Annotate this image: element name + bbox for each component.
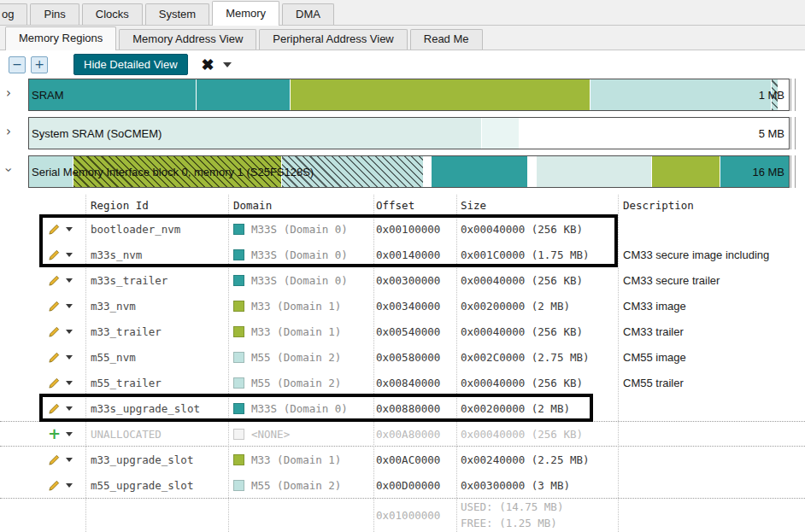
chevron-down-icon[interactable] bbox=[66, 304, 73, 308]
tab-system[interactable]: System bbox=[145, 3, 209, 25]
main-tab-bar: og Pins Clocks System Memory DMA bbox=[0, 0, 805, 26]
chevron-down-icon[interactable] bbox=[66, 355, 73, 360]
memory-bar-segment[interactable] bbox=[482, 118, 520, 149]
tab-dma[interactable]: DMA bbox=[282, 3, 334, 25]
domain-color-swatch bbox=[233, 352, 244, 363]
add-region-button[interactable]: + bbox=[48, 427, 61, 441]
pencil-icon bbox=[48, 453, 61, 466]
domain-label: M33S (Domain 0) bbox=[251, 223, 348, 236]
collapse-all-button[interactable]: − bbox=[9, 56, 26, 73]
memory-bar-segment[interactable] bbox=[424, 156, 432, 187]
table-row: m33_upgrade_slot M33 (Domain 1) 0x00AC00… bbox=[0, 447, 805, 472]
chevron-down-icon[interactable] bbox=[66, 432, 73, 436]
domain-cell: M33S (Domain 0) bbox=[228, 402, 373, 415]
chevron-down-icon[interactable] bbox=[223, 62, 232, 67]
memory-bar-row-sram: › SRAM 1 MB bbox=[0, 79, 805, 111]
expand-all-button[interactable]: + bbox=[31, 56, 48, 73]
edit-region-button[interactable] bbox=[48, 402, 61, 415]
memory-bar-segment[interactable] bbox=[528, 156, 537, 187]
chevron-down-icon[interactable] bbox=[66, 330, 73, 334]
edit-region-button[interactable] bbox=[48, 325, 61, 338]
region-id: m33s_upgrade_slot bbox=[85, 402, 228, 415]
edit-region-button[interactable] bbox=[48, 377, 61, 389]
tab-og[interactable]: og bbox=[0, 3, 27, 25]
memory-bar-segment[interactable] bbox=[432, 156, 528, 187]
edit-region-button[interactable] bbox=[48, 223, 61, 236]
edit-region-button[interactable] bbox=[48, 248, 61, 261]
region-id: UNALLOCATED bbox=[85, 428, 228, 441]
chevron-down-icon[interactable] bbox=[66, 381, 73, 385]
tab-pins[interactable]: Pins bbox=[30, 3, 79, 25]
chevron-down-icon[interactable] bbox=[66, 458, 73, 462]
domain-cell: <NONE> bbox=[228, 428, 373, 441]
serial-flash-memory-bar: Serial Memory Interface block 0, memory … bbox=[28, 155, 790, 188]
memory-regions-table: Region Id Domain Offset Size Description… bbox=[0, 195, 805, 532]
edit-region-button[interactable] bbox=[48, 274, 61, 287]
clear-icon: ✖ bbox=[202, 56, 214, 73]
edit-region-button[interactable] bbox=[48, 351, 61, 364]
edit-region-button[interactable] bbox=[48, 479, 61, 492]
used-label: USED: (14.75 MB) bbox=[461, 500, 618, 515]
domain-cell: M33 (Domain 1) bbox=[228, 325, 373, 338]
offset-cell: 0x00D00000 bbox=[373, 479, 456, 492]
size-cell: 0x00300000 (3 MB) bbox=[456, 479, 618, 492]
domain-label: M33 (Domain 1) bbox=[251, 453, 341, 466]
chevron-down-icon[interactable] bbox=[66, 483, 73, 488]
delete-region-button[interactable]: ✖ bbox=[202, 56, 214, 73]
offset-cell: 0x00100000 bbox=[373, 223, 456, 236]
sram-memory-bar: SRAM 1 MB bbox=[28, 79, 790, 111]
tab-peripheral-address-view[interactable]: Peripheral Address View bbox=[259, 29, 407, 50]
pencil-icon bbox=[48, 325, 61, 338]
description-cell: CM33 secure trailer bbox=[618, 274, 805, 287]
domain-label: <NONE> bbox=[251, 428, 290, 441]
domain-color-swatch bbox=[233, 454, 244, 465]
edit-region-button[interactable] bbox=[48, 453, 61, 466]
domain-color-swatch bbox=[233, 377, 244, 389]
chevron-right-icon[interactable]: › bbox=[6, 125, 11, 138]
chevron-down-icon[interactable] bbox=[66, 253, 73, 257]
memory-bar-segment[interactable] bbox=[591, 79, 772, 110]
tab-memory[interactable]: Memory bbox=[212, 1, 279, 26]
memory-bar-segment[interactable] bbox=[652, 156, 720, 187]
table-row: m55_trailer M55 (Domain 2) 0x00840000 0x… bbox=[0, 370, 805, 395]
memory-bar-label: Serial Memory Interface block 0, memory … bbox=[32, 166, 314, 178]
memory-bar-segment[interactable] bbox=[197, 79, 290, 110]
size-cell: 0x00040000 (256 KB) bbox=[456, 428, 618, 441]
domain-color-swatch bbox=[233, 301, 244, 312]
chevron-down-icon[interactable] bbox=[66, 227, 73, 231]
domain-label: M55 (Domain 2) bbox=[251, 351, 341, 364]
table-rows: bootloader_nvm M33S (Domain 0) 0x0010000… bbox=[0, 216, 805, 532]
tab-memory-address-view[interactable]: Memory Address View bbox=[119, 29, 256, 50]
domain-color-swatch bbox=[233, 249, 244, 260]
hide-detailed-view-button[interactable]: Hide Detailed View bbox=[73, 54, 188, 75]
memory-bar-segment[interactable] bbox=[291, 79, 591, 110]
memory-configurator-window: og Pins Clocks System Memory DMA Memory … bbox=[0, 0, 805, 532]
sub-tab-bar: Memory Regions Memory Address View Perip… bbox=[0, 26, 805, 50]
chevron-down-icon[interactable] bbox=[66, 278, 73, 283]
toolbar: − + Hide Detailed View ✖ bbox=[0, 50, 805, 79]
edit-region-button[interactable] bbox=[48, 300, 61, 313]
header-region-id: Region Id bbox=[85, 199, 228, 212]
memory-bar-segment[interactable] bbox=[537, 156, 652, 187]
memory-bar-size: 5 MB bbox=[759, 127, 784, 140]
domain-label: M33 (Domain 1) bbox=[251, 325, 341, 338]
tab-memory-regions[interactable]: Memory Regions bbox=[5, 26, 116, 50]
minus-icon: − bbox=[12, 57, 22, 71]
domain-color-swatch bbox=[233, 224, 244, 235]
chevron-down-icon[interactable]: › bbox=[2, 167, 15, 172]
table-row: m33s_upgrade_slot M33S (Domain 0) 0x0088… bbox=[0, 395, 805, 421]
table-row: m55_upgrade_slot M55 (Domain 2) 0x00D000… bbox=[0, 472, 805, 498]
tab-clocks[interactable]: Clocks bbox=[82, 3, 143, 25]
domain-color-swatch bbox=[233, 480, 244, 491]
socmem-memory-bar: System SRAM (SoCMEM) 5 MB bbox=[28, 117, 790, 149]
free-label: FREE: (1.25 MB) bbox=[461, 516, 618, 531]
chevron-right-icon[interactable]: › bbox=[6, 86, 11, 100]
memory-bar-segment[interactable] bbox=[520, 118, 789, 149]
table-row-summary: 0x01000000 USED: (14.75 MB) FREE: (1.25 … bbox=[0, 498, 805, 532]
tab-read-me[interactable]: Read Me bbox=[410, 29, 483, 50]
chevron-down-icon[interactable] bbox=[66, 406, 73, 411]
pencil-icon bbox=[48, 351, 61, 364]
region-id: m33_upgrade_slot bbox=[85, 453, 228, 466]
region-id: m33s_nvm bbox=[85, 248, 228, 261]
size-cell: 0x00240000 (2.25 MB) bbox=[456, 453, 618, 466]
